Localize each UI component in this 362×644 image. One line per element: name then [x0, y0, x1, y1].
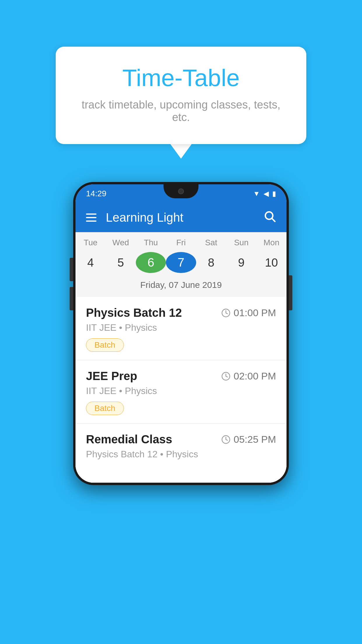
hamburger-menu-button[interactable]	[86, 214, 96, 222]
signal-icon: ◀	[263, 190, 269, 198]
hamburger-line-3	[86, 220, 96, 222]
schedule-item-1[interactable]: Physics Batch 12 01:00 PM IIT JEE • Phys…	[75, 297, 287, 360]
status-icons: ▼ ◀ ▮	[253, 190, 276, 198]
schedule-item-3-subtitle: Physics Batch 12 • Physics	[86, 449, 276, 460]
schedule-item-2-title: JEE Prep	[86, 370, 137, 383]
power-button-shape	[289, 275, 292, 310]
wifi-icon: ▼	[253, 190, 260, 198]
volume-buttons	[70, 258, 73, 310]
calendar-section: Tue Wed Thu Fri Sat Sun Mon 4 5	[75, 232, 287, 297]
day-10: 10	[256, 251, 287, 274]
schedule-item-2-tag: Batch	[86, 402, 124, 415]
day-header-mon: Mon	[256, 238, 287, 247]
phone-wrapper: 14:29 ▼ ◀ ▮ Learning Light	[70, 182, 292, 485]
schedule-item-1-subtitle: IIT JEE • Physics	[86, 322, 276, 333]
volume-down-button	[70, 287, 73, 310]
schedule-item-1-header: Physics Batch 12 01:00 PM	[86, 306, 276, 319]
schedule-item-3-header: Remedial Class 05:25 PM	[86, 433, 276, 446]
day-header-tue: Tue	[75, 238, 106, 247]
day-header-sat: Sat	[196, 238, 226, 247]
clock-icon-3	[221, 435, 231, 444]
schedule-item-1-time: 01:00 PM	[221, 307, 276, 318]
schedule-item-1-tag: Batch	[86, 338, 124, 352]
speech-bubble-card: Time-Table track timetable, upcoming cla…	[56, 47, 306, 144]
schedule-item-2-header: JEE Prep 02:00 PM	[86, 370, 276, 383]
speech-bubble-subtitle: track timetable, upcoming classes, tests…	[79, 99, 283, 124]
speech-bubble-arrow	[170, 144, 192, 159]
selected-date-label: Friday, 07 June 2019	[75, 278, 287, 295]
speech-bubble-section: Time-Table track timetable, upcoming cla…	[56, 47, 306, 159]
notch	[164, 184, 198, 198]
schedule-item-2-subtitle: IIT JEE • Physics	[86, 386, 276, 396]
app-bar: Learning Light	[75, 203, 287, 232]
day-5: 5	[106, 251, 136, 274]
clock-icon-1	[221, 308, 231, 318]
svg-line-1	[272, 218, 275, 221]
day-9-wrapper[interactable]: 9	[226, 251, 256, 274]
day-6-today: 6	[136, 252, 166, 273]
day-header-wed: Wed	[106, 238, 136, 247]
day-5-wrapper[interactable]: 5	[106, 251, 136, 274]
day-6-wrapper[interactable]: 6	[136, 252, 166, 273]
day-numbers-row: 4 5 6 7 8 9	[75, 249, 287, 278]
schedule-item-3-time: 05:25 PM	[221, 434, 276, 445]
schedule-item-1-title: Physics Batch 12	[86, 306, 182, 319]
day-header-fri: Fri	[166, 238, 196, 247]
hamburger-line-1	[86, 214, 96, 215]
schedule-list: Physics Batch 12 01:00 PM IIT JEE • Phys…	[75, 297, 287, 483]
battery-icon: ▮	[272, 190, 276, 198]
day-4-wrapper[interactable]: 4	[75, 251, 106, 274]
phone-screen: 14:29 ▼ ◀ ▮ Learning Light	[75, 184, 287, 483]
day-headers-row: Tue Wed Thu Fri Sat Sun Mon	[75, 232, 287, 249]
status-time: 14:29	[86, 189, 106, 198]
app-title: Learning Light	[106, 211, 254, 225]
day-header-sun: Sun	[226, 238, 256, 247]
day-4: 4	[75, 251, 106, 274]
schedule-item-3[interactable]: Remedial Class 05:25 PM Physics Batch 12…	[75, 424, 287, 483]
day-8-wrapper[interactable]: 8	[196, 251, 226, 274]
schedule-item-2[interactable]: JEE Prep 02:00 PM IIT JEE • Physics Batc…	[75, 360, 287, 424]
schedule-item-3-title: Remedial Class	[86, 433, 172, 446]
day-header-thu: Thu	[136, 238, 166, 247]
status-bar: 14:29 ▼ ◀ ▮	[75, 184, 287, 203]
schedule-item-2-time: 02:00 PM	[221, 370, 276, 382]
day-10-wrapper[interactable]: 10	[256, 251, 287, 274]
hamburger-line-2	[86, 217, 96, 218]
day-7-selected: 7	[166, 252, 196, 273]
day-9: 9	[226, 251, 256, 274]
day-8: 8	[196, 251, 226, 274]
camera	[178, 188, 184, 194]
search-icon[interactable]	[263, 210, 276, 225]
power-button	[289, 275, 292, 310]
speech-bubble-title: Time-Table	[79, 64, 283, 92]
phone-frame: 14:29 ▼ ◀ ▮ Learning Light	[73, 182, 289, 485]
day-7-wrapper[interactable]: 7	[166, 252, 196, 273]
clock-icon-2	[221, 372, 231, 381]
volume-up-button	[70, 258, 73, 281]
